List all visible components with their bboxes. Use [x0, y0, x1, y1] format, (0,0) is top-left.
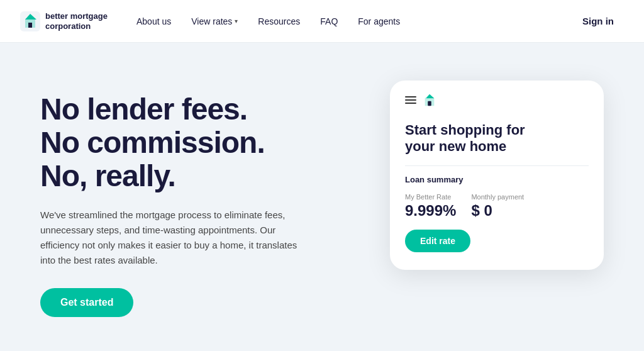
rate-column: My Better Rate 9.999% — [405, 193, 456, 220]
nav-agents[interactable]: For agents — [349, 11, 409, 31]
loan-summary-label: Loan summary — [405, 165, 589, 184]
main-content: No lender fees. No commission. No, reall… — [0, 43, 644, 351]
brand-name: better mortgage corporation — [45, 11, 108, 31]
phone-topbar — [405, 93, 589, 107]
svg-rect-1 — [28, 23, 32, 28]
chevron-down-icon: ▾ — [235, 18, 238, 25]
card-heading: Start shopping for your new home — [405, 122, 589, 155]
hero-section: No lender fees. No commission. No, reall… — [40, 81, 365, 317]
hamburger-icon[interactable] — [405, 96, 416, 104]
nav-about[interactable]: About us — [128, 11, 180, 31]
nav-links: About us View rates ▾ Resources FAQ For … — [128, 11, 572, 31]
hero-heading: No lender fees. No commission. No, reall… — [40, 93, 365, 192]
hero-subtext: We've streamlined the mortgage process t… — [40, 208, 304, 268]
payment-label: Monthly payment — [471, 193, 524, 201]
edit-rate-button[interactable]: Edit rate — [405, 230, 470, 252]
svg-rect-2 — [428, 101, 431, 106]
nav-resources[interactable]: Resources — [249, 11, 309, 31]
rate-label: My Better Rate — [405, 193, 456, 201]
phone-card-logo-icon — [423, 93, 436, 107]
nav-rates[interactable]: View rates ▾ — [182, 11, 247, 31]
get-started-button[interactable]: Get started — [40, 288, 133, 317]
payment-value: $ 0 — [471, 202, 524, 220]
phone-card-wrapper: Start shopping for your new home Loan su… — [390, 81, 604, 270]
payment-column: Monthly payment $ 0 — [471, 193, 524, 220]
rate-value: 9.999% — [405, 202, 456, 220]
brand-logo-icon — [20, 11, 40, 31]
sign-in-button[interactable]: Sign in — [572, 11, 624, 31]
nav-faq[interactable]: FAQ — [311, 11, 347, 31]
rate-row: My Better Rate 9.999% Monthly payment $ … — [405, 193, 589, 220]
navbar: better mortgage corporation About us Vie… — [0, 0, 644, 43]
phone-card: Start shopping for your new home Loan su… — [390, 81, 604, 270]
logo-area[interactable]: better mortgage corporation — [20, 11, 108, 31]
